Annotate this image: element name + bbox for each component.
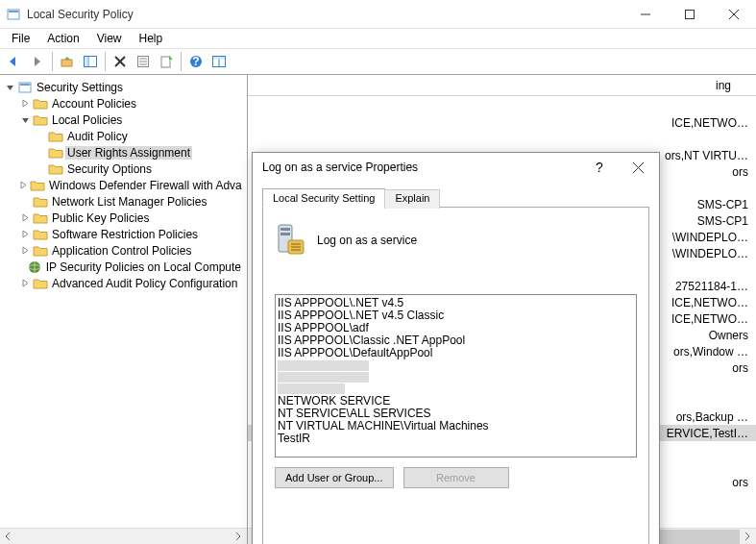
column-security-setting[interactable]: ing [716,79,731,92]
folder-icon [33,96,48,111]
svg-rect-31 [280,233,290,235]
properties-dialog: Log on as a service Properties ? Local S… [252,152,660,544]
list-cell-value: ICE,NETWO… [252,116,748,130]
titlebar: Local Security Policy [0,0,756,29]
svg-rect-16 [161,57,170,67]
folder-icon [33,276,48,291]
tree-root[interactable]: Security Settings [35,81,125,94]
folder-icon [27,260,42,275]
dialog-help-button[interactable]: ? [580,154,619,181]
client-area: Security SettingsAccount PoliciesLocal P… [0,75,756,544]
svg-rect-6 [61,60,72,66]
svg-rect-33 [291,243,301,245]
maximize-button[interactable] [668,0,712,29]
tree-node[interactable]: Windows Defender Firewall with Adva [47,179,244,192]
collapse-icon[interactable] [4,82,15,93]
principal-item[interactable]: NT VIRTUAL MACHINE\Virtual Machines [278,420,634,433]
svg-rect-35 [291,249,301,251]
tree-node[interactable]: User Rights Assignment [65,146,192,160]
tree-node[interactable]: Account Policies [50,97,138,111]
dialog-close-button[interactable] [619,154,657,181]
principal-item[interactable]: IIS APPPOOL\DefaultAppPool [278,347,634,359]
tree-node[interactable]: Audit Policy [65,130,130,143]
expand-icon[interactable] [19,98,31,110]
tree-pane[interactable]: Security SettingsAccount PoliciesLocal P… [0,75,248,544]
collapse-icon[interactable] [19,114,31,126]
tab-page: Log on as a service IIS APPPOOL\.NET v4.… [262,208,649,544]
toolbar-separator [181,52,182,71]
redacted-item [278,360,369,371]
add-user-or-group-button[interactable]: Add User or Group... [275,467,394,488]
dialog-tabs: Local Security Setting Explain [262,187,649,208]
folder-icon [33,210,48,226]
tree-node[interactable]: Software Restriction Policies [50,228,200,241]
list-row[interactable] [248,131,756,147]
menu-file[interactable]: File [4,30,37,47]
menu-view[interactable]: View [89,30,130,47]
expand-icon[interactable] [19,229,31,240]
expand-icon[interactable] [19,245,31,257]
tree-node[interactable]: Application Control Policies [50,244,193,258]
tab-explain[interactable]: Explain [384,189,440,209]
tree-node[interactable]: Local Policies [50,113,124,127]
toolbar-separator [105,52,106,71]
folder-icon [48,145,63,161]
expand-icon[interactable] [19,278,31,289]
svg-rect-1 [9,11,18,12]
export-list-button[interactable] [156,51,177,72]
svg-rect-9 [85,57,88,66]
help-button[interactable]: ? [185,51,207,72]
tree-node[interactable]: Public Key Policies [50,211,151,225]
folder-icon [33,227,48,242]
policy-name: Log on as a service [317,234,417,247]
principals-listbox[interactable]: IIS APPPOOL\.NET v4.5IIS APPPOOL\.NET v4… [275,294,637,457]
svg-rect-3 [686,10,695,18]
server-icon [275,223,305,258]
forward-button[interactable] [27,51,48,72]
security-settings-icon [17,80,33,95]
svg-rect-30 [280,228,290,231]
remove-button: Remove [403,467,509,488]
folder-icon [33,243,48,259]
tree-node[interactable]: Security Options [65,162,154,176]
folder-icon [33,112,48,128]
svg-text:?: ? [192,55,199,68]
menu-help[interactable]: Help [132,30,171,47]
folder-icon [30,178,45,193]
toolbar-separator [52,52,53,71]
menubar: File Action View Help [0,29,756,48]
expand-icon[interactable] [19,212,31,224]
minimize-button[interactable] [623,0,668,29]
app-icon [6,7,21,22]
list-header[interactable]: ing [248,75,756,96]
tree-hscroll[interactable] [0,528,247,544]
tree-node[interactable]: IP Security Policies on Local Compute [44,260,243,274]
refresh-button[interactable] [208,51,230,72]
up-button[interactable] [57,51,78,72]
delete-button[interactable] [110,51,131,72]
expand-icon[interactable] [19,180,28,191]
redacted-item [278,372,369,383]
tree-node[interactable]: Advanced Audit Policy Configuration [50,277,239,290]
svg-rect-34 [291,246,301,248]
dialog-title: Log on as a service Properties [262,161,580,174]
toolbar: ? [0,48,756,75]
window-title: Local Security Policy [27,8,623,21]
menu-action[interactable]: Action [39,30,86,47]
list-row[interactable]: ICE,NETWO… [248,114,756,131]
close-button[interactable] [712,0,756,29]
back-button[interactable] [4,51,25,72]
svg-rect-23 [20,84,30,86]
list-row[interactable] [248,98,756,114]
folder-icon [33,194,48,210]
show-hide-tree-button[interactable] [80,51,101,72]
folder-icon [48,161,63,177]
svg-rect-21 [213,57,225,60]
tree-node[interactable]: Network List Manager Policies [50,195,208,209]
folder-icon [48,129,63,144]
tab-local-security-setting[interactable]: Local Security Setting [262,188,385,208]
dialog-titlebar: Log on as a service Properties ? [253,153,659,182]
redacted-item [278,383,345,394]
properties-button[interactable] [133,51,154,72]
principal-item[interactable]: TestIR [278,433,634,445]
